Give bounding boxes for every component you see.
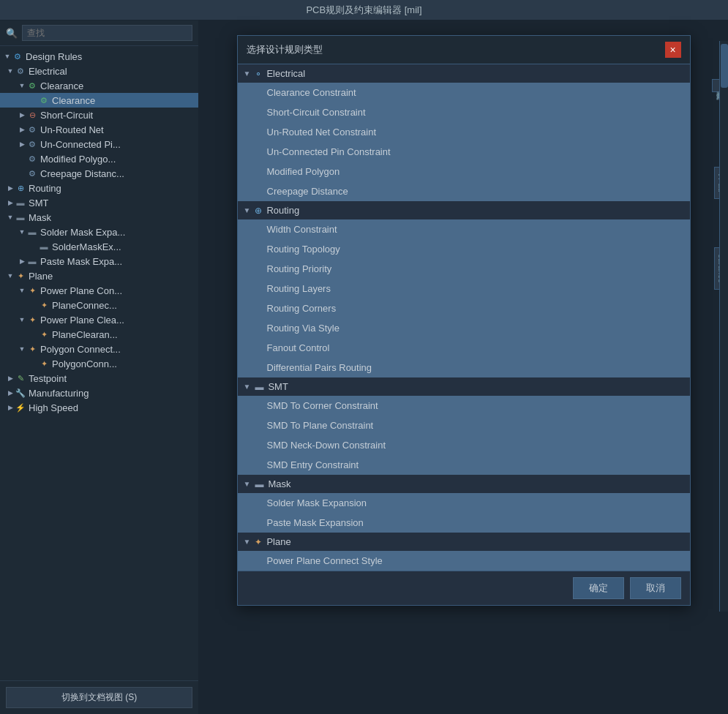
sidebar-item-solder-mask-item[interactable]: ▬ SolderMaskEx... xyxy=(0,239,198,254)
routing-cat-arrow: ▼ xyxy=(244,206,251,214)
list-item-routing-via-style[interactable]: Routing Via Style xyxy=(238,318,690,338)
polygon-connect-label: Polygon Connect... xyxy=(40,344,121,355)
list-item-width-constraint[interactable]: Width Constraint xyxy=(238,219,690,239)
dialog-title: 选择设计规则类型 xyxy=(247,43,323,56)
cat-plane[interactable]: ▼ ✦ Plane xyxy=(238,533,690,551)
solder-mask-exp-icon: ▬ xyxy=(26,226,38,238)
tree-container: ▼ ⚙ Design Rules ▼ ⚙ Electrical ▼ ⚙ Clea… xyxy=(0,46,198,680)
list-item-routing-priority[interactable]: Routing Priority xyxy=(238,259,690,279)
sidebar-item-solder-mask-exp[interactable]: ▼ ▬ Solder Mask Expa... xyxy=(0,225,198,239)
manufacturing-icon: 🔧 xyxy=(15,387,26,399)
sidebar-item-modified-polygon[interactable]: ⚙ Modified Polygo... xyxy=(0,151,198,166)
short-circuit-arrow: ▶ xyxy=(18,111,26,119)
sidebar-item-creepage-distance[interactable]: ⚙ Creepage Distanc... xyxy=(0,166,198,181)
list-item-un-connected-pin[interactable]: Un-Connected Pin Constraint xyxy=(238,142,690,162)
high-speed-arrow: ▶ xyxy=(6,404,15,411)
sidebar-item-clearance[interactable]: ⚙ Clearance xyxy=(0,93,198,108)
electrical-label: Electrical xyxy=(29,66,67,77)
sidebar-item-un-connected-pin[interactable]: ▶ ⚙ Un-Connected Pi... xyxy=(0,137,198,151)
sidebar-item-un-routed-net[interactable]: ▶ ⚙ Un-Routed Net xyxy=(0,122,198,137)
power-plane-clea-arrow: ▼ xyxy=(18,316,26,323)
list-item-smd-neckdown[interactable]: SMD Neck-Down Constraint xyxy=(238,435,690,455)
sidebar-item-power-plane-clea[interactable]: ▼ ✦ Power Plane Clea... xyxy=(0,312,198,327)
manufacturing-label: Manufacturing xyxy=(29,388,89,399)
sidebar-item-plane-clearance[interactable]: ✦ PlaneClearan... xyxy=(0,327,198,342)
root-icon: ⚙ xyxy=(12,50,23,62)
list-item-creepage-distance[interactable]: Creepage Distance xyxy=(238,181,690,201)
routing-arrow: ▶ xyxy=(6,184,15,192)
un-routed-icon: ⚙ xyxy=(26,124,38,135)
sidebar-item-short-circuit[interactable]: ▶ ⊖ Short-Circuit xyxy=(0,108,198,122)
dialog-footer: 确定 取消 xyxy=(238,571,690,605)
sidebar-item-testpoint[interactable]: ▶ ✎ Testpoint xyxy=(0,371,198,386)
un-connected-icon: ⚙ xyxy=(26,138,38,150)
testpoint-label: Testpoint xyxy=(29,373,67,384)
root-label: Design Rules xyxy=(26,51,82,62)
un-routed-label: Un-Routed Net xyxy=(40,124,104,135)
cat-routing[interactable]: ▼ ⊕ Routing xyxy=(238,201,690,219)
list-item-smd-plane[interactable]: SMD To Plane Constraint xyxy=(238,416,690,435)
list-item-solder-mask-exp[interactable]: Solder Mask Expansion xyxy=(238,493,690,513)
sidebar-item-smt[interactable]: ▶ ▬ SMT xyxy=(0,195,198,210)
sidebar-item-polygon-connect[interactable]: ▼ ✦ Polygon Connect... xyxy=(0,342,198,356)
cat-mask[interactable]: ▼ ▬ Mask xyxy=(238,475,690,493)
high-speed-icon: ⚡ xyxy=(15,402,26,413)
sidebar-item-manufacturing[interactable]: ▶ 🔧 Manufacturing xyxy=(0,386,198,400)
routing-icon: ⊕ xyxy=(15,182,26,194)
sidebar-item-paste-mask[interactable]: ▶ ▬ Paste Mask Expa... xyxy=(0,254,198,268)
electrical-arrow: ▼ xyxy=(6,67,15,75)
mask-cat-label: Mask xyxy=(268,478,290,489)
list-item-routing-topology[interactable]: Routing Topology xyxy=(238,239,690,259)
list-item-routing-corners[interactable]: Routing Corners xyxy=(238,298,690,318)
high-speed-label: High Speed xyxy=(29,402,78,413)
dialog-title-bar: 选择设计规则类型 × xyxy=(238,36,690,64)
list-item-modified-polygon[interactable]: Modified Polygon xyxy=(238,162,690,181)
mask-icon: ▬ xyxy=(15,211,26,223)
list-item-paste-mask-exp[interactable]: Paste Mask Expansion xyxy=(238,513,690,533)
list-item-smd-entry[interactable]: SMD Entry Constraint xyxy=(238,455,690,475)
smt-cat-arrow: ▼ xyxy=(244,383,251,391)
solder-mask-item-label: SolderMaskEx... xyxy=(52,241,121,252)
sidebar-item-power-plane-con[interactable]: ▼ ✦ Power Plane Con... xyxy=(0,283,198,298)
sidebar-item-mask[interactable]: ▼ ▬ Mask xyxy=(0,210,198,225)
plane-label: Plane xyxy=(29,271,53,282)
clearance-group-icon: ⚙ xyxy=(26,80,38,91)
polygon-conn-icon: ✦ xyxy=(38,358,50,369)
sidebar-item-plane[interactable]: ▼ ✦ Plane xyxy=(0,268,198,283)
sidebar-item-electrical[interactable]: ▼ ⚙ Electrical xyxy=(0,64,198,78)
power-plane-clea-icon: ✦ xyxy=(26,314,38,326)
power-plane-clea-label: Power Plane Clea... xyxy=(40,315,124,326)
tree-root[interactable]: ▼ ⚙ Design Rules xyxy=(0,49,198,64)
confirm-button[interactable]: 确定 xyxy=(573,577,624,599)
cancel-button[interactable]: 取消 xyxy=(630,577,681,599)
list-item-clearance-constraint[interactable]: Clearance Constraint xyxy=(238,83,690,102)
list-item-routing-layers[interactable]: Routing Layers xyxy=(238,279,690,298)
paste-mask-label: Paste Mask Expa... xyxy=(40,256,122,267)
clearance-group-arrow: ▼ xyxy=(18,82,26,89)
mask-arrow: ▼ xyxy=(6,214,15,221)
sidebar-item-high-speed[interactable]: ▶ ⚡ High Speed xyxy=(0,400,198,415)
list-item-power-plane-connect[interactable]: Power Plane Connect Style xyxy=(238,551,690,571)
manufacturing-arrow: ▶ xyxy=(6,389,15,397)
short-circuit-label: Short-Circuit xyxy=(40,110,93,121)
cat-electrical[interactable]: ▼ ⚬ Electrical xyxy=(238,64,690,83)
root-arrow: ▼ xyxy=(3,53,12,60)
switch-view-button[interactable]: 切换到文档视图 (S) xyxy=(6,687,192,708)
short-circuit-icon: ⊖ xyxy=(26,109,38,121)
list-item-short-circuit[interactable]: Short-Circuit Constraint xyxy=(238,102,690,122)
sidebar-item-clearance-group[interactable]: ▼ ⚙ Clearance xyxy=(0,78,198,93)
sidebar-item-polygon-conn[interactable]: ✦ PolygonConn... xyxy=(0,356,198,371)
left-panel: 🔍 ▼ ⚙ Design Rules ▼ ⚙ Electrical ▼ ⚙ Cl… xyxy=(0,20,199,714)
solder-mask-exp-label: Solder Mask Expa... xyxy=(40,227,125,238)
list-item-differential-pairs[interactable]: Differential Pairs Routing xyxy=(238,358,690,377)
search-input[interactable] xyxy=(22,25,192,41)
list-item-smd-corner[interactable]: SMD To Corner Constraint xyxy=(238,396,690,416)
list-item-fanout-control[interactable]: Fanout Control xyxy=(238,338,690,358)
sidebar-item-plane-connect[interactable]: ✦ PlaneConnec... xyxy=(0,298,198,312)
sidebar-item-routing[interactable]: ▶ ⊕ Routing xyxy=(0,181,198,195)
testpoint-icon: ✎ xyxy=(15,372,26,384)
dialog-close-button[interactable]: × xyxy=(665,42,681,58)
smt-label: SMT xyxy=(29,198,48,208)
list-item-un-routed-net[interactable]: Un-Routed Net Constraint xyxy=(238,122,690,142)
cat-smt[interactable]: ▼ ▬ SMT xyxy=(238,377,690,396)
